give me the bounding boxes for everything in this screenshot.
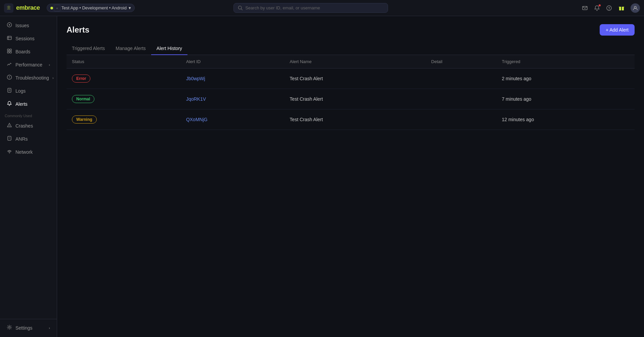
sidebar-item-alerts[interactable]: Alerts [2,98,55,110]
sidebar-item-settings[interactable]: Settings › [2,322,55,334]
user-avatar[interactable] [631,3,640,13]
sidebar-item-label: Boards [15,49,30,54]
cell-alert-id: QXoMNjG [181,109,284,130]
cell-alert-name: Test Crash Alert [284,109,426,130]
svg-rect-16 [10,49,11,51]
svg-point-30 [9,327,10,328]
sidebar-item-issues[interactable]: Issues [2,19,55,32]
cell-triggered: 2 minutes ago [497,68,635,89]
sidebar-item-boards[interactable]: Boards [2,45,55,58]
sidebar-item-label: ANRs [15,136,28,142]
status-badge: Error [72,75,90,83]
col-status: Status [67,55,181,68]
svg-rect-0 [4,3,13,13]
cell-alert-name: Test Crash Alert [284,89,426,109]
tab-triggered-alerts[interactable]: Triggered Alerts [67,42,110,55]
sidebar-item-logs[interactable]: Logs [2,85,55,97]
svg-rect-12 [7,36,11,40]
cell-detail [426,109,497,130]
search-bar[interactable] [233,3,388,13]
gift-icon[interactable] [618,4,625,11]
sidebar-item-label: Settings [15,325,33,331]
alert-id-link[interactable]: JqoRK1V [186,96,206,102]
sidebar-item-crashes[interactable]: Crashes [2,119,55,132]
logo-area: embrace [4,3,40,13]
troubleshooting-icon [7,75,12,81]
header-right: ? [582,3,640,13]
network-icon [7,149,12,155]
notification-icon[interactable] [594,5,600,11]
tab-manage-alerts[interactable]: Manage Alerts [110,42,151,55]
sidebar-item-troubleshooting[interactable]: Troubleshooting › [2,71,55,84]
boards-icon [7,48,12,55]
alert-id-link[interactable]: Jb0wpWj [186,76,205,81]
svg-rect-27 [8,136,11,140]
chevron-right-icon: › [49,326,50,330]
status-badge: Warning [72,115,97,124]
col-detail: Detail [426,55,497,68]
tabs-bar: Triggered Alerts Manage Alerts Alert His… [67,42,635,55]
table-row: Normal JqoRK1V Test Crash Alert 7 minute… [67,89,635,109]
app-selector-chevron: ▾ [129,5,131,10]
sidebar-item-label: Alerts [15,101,28,107]
chevron-right-icon: › [52,76,54,80]
content-header: Alerts + Add Alert [67,24,635,36]
status-badge: Normal [72,95,94,103]
mail-icon[interactable] [582,5,588,11]
cell-alert-id: JqoRK1V [181,89,284,109]
performance-icon [7,61,12,68]
sidebar-item-network[interactable]: Network [2,146,55,158]
issues-icon [7,22,12,29]
sidebar-item-sessions[interactable]: Sessions [2,32,55,45]
svg-point-21 [9,78,9,79]
sidebar-item-anrs[interactable]: ANRs [2,133,55,145]
sidebar-item-label: Sessions [15,36,35,41]
svg-point-11 [9,24,10,26]
content-area: Alerts + Add Alert Triggered Alerts Mana… [57,16,644,337]
cell-alert-name: Test Crash Alert [284,68,426,89]
search-input[interactable] [245,5,384,10]
table-row: Warning QXoMNjG Test Crash Alert 12 minu… [67,109,635,130]
top-header: embrace JD Test App • Development • Andr… [0,0,644,16]
table-row: Error Jb0wpWj Test Crash Alert 2 minutes… [67,68,635,89]
logs-icon [7,88,12,94]
svg-rect-17 [7,51,9,53]
cell-detail [426,89,497,109]
svg-point-29 [9,153,10,154]
main-layout: Issues Sessions Boards [0,16,644,337]
tab-alert-history[interactable]: Alert History [151,42,187,55]
svg-rect-8 [621,7,622,10]
svg-point-9 [634,6,636,8]
sidebar-item-label: Crashes [15,123,33,129]
svg-line-2 [241,9,242,10]
alert-history-table: Status Alert ID Alert Name Detail Trigge… [67,55,635,130]
search-icon [238,5,243,10]
sidebar-item-label: Troubleshooting [15,75,49,81]
sidebar-section-commonly-used: Commonly Used [0,110,57,119]
sidebar-item-label: Performance [15,62,42,67]
gift-wrapper [618,4,625,12]
sidebar-item-label: Issues [15,23,29,28]
cell-alert-id: Jb0wpWj [181,68,284,89]
cell-detail [426,68,497,89]
sidebar-bottom: Settings › [0,319,57,334]
help-icon[interactable]: ? [606,5,612,11]
sidebar-item-label: Network [15,149,33,155]
crashes-icon [7,123,12,129]
svg-point-26 [9,126,9,127]
svg-rect-18 [10,51,11,53]
svg-rect-22 [8,88,11,92]
add-alert-button[interactable]: + Add Alert [600,24,635,36]
cell-triggered: 7 minutes ago [497,89,635,109]
svg-rect-15 [7,49,9,51]
cell-triggered: 12 minutes ago [497,109,635,130]
logo-text: embrace [16,4,40,11]
chevron-right-icon: › [49,63,50,67]
alert-id-link[interactable]: QXoMNjG [186,117,208,122]
cell-status: Warning [67,109,181,130]
col-alert-id: Alert ID [181,55,284,68]
sessions-icon [7,35,12,42]
col-alert-name: Alert Name [284,55,426,68]
embrace-logo-icon [4,3,13,13]
sidebar-item-performance[interactable]: Performance › [2,58,55,71]
